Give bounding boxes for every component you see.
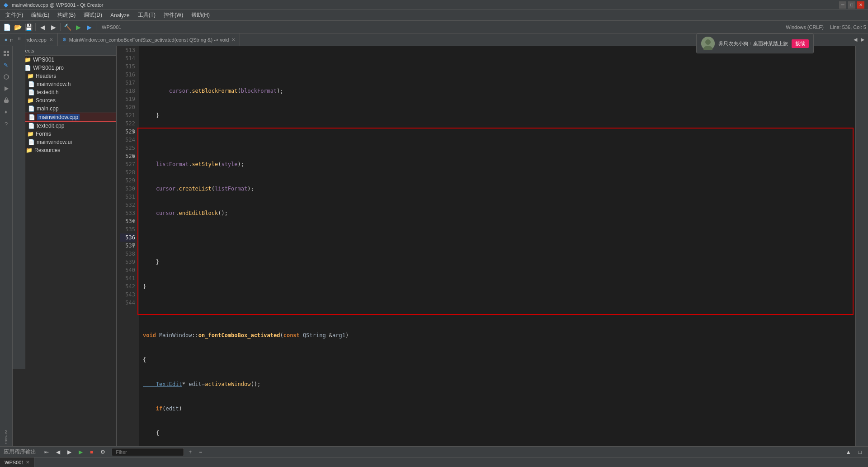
separator-1: [35, 23, 36, 31]
sidebar-icon-debug[interactable]: [1, 95, 12, 106]
tree-item-sources[interactable]: ▼ 📁 Sources: [13, 96, 116, 105]
notification-text: 养只农夫小狗：桌面种菜踏上旅: [718, 40, 788, 47]
bottom-tab-close-output[interactable]: ✕: [26, 460, 29, 465]
sidebar-icon-design[interactable]: [1, 71, 12, 82]
project-root[interactable]: ▼ 📁 WPS001: [13, 56, 116, 64]
svg-rect-3: [7, 54, 9, 56]
file-icon-cpp2: 📄: [28, 114, 35, 120]
titlebar-left: ◆ mainwindow.cpp @ WPS001 - Qt Creator: [4, 1, 104, 8]
menu-controls[interactable]: 控件(W): [160, 10, 187, 20]
output-settings-button[interactable]: ⚙: [98, 448, 108, 456]
svg-text:?: ?: [5, 121, 8, 128]
tab-scroll-left[interactable]: ◀: [854, 37, 857, 43]
folder-icon-headers: 📁: [27, 73, 34, 79]
file-label-h1: mainwindow.h: [37, 81, 71, 87]
bottom-tabs: WPS001 ✕: [0, 457, 868, 467]
forward-button[interactable]: ▶: [48, 22, 58, 32]
sidebar-icon-run[interactable]: [1, 83, 12, 94]
notification-action-button[interactable]: 接续: [792, 39, 809, 48]
output-scroll-next[interactable]: ▶: [65, 448, 74, 456]
folder-icon-forms: 📁: [27, 131, 34, 137]
file-icon-ui: 📄: [28, 139, 35, 145]
menu-file[interactable]: 文件(F): [2, 10, 27, 20]
folder-icon-sources: 📁: [27, 97, 34, 104]
output-maximize-button[interactable]: □: [856, 448, 864, 456]
file-label-h2: textedit.h: [37, 89, 59, 95]
output-scroll-start[interactable]: ⇤: [42, 448, 52, 456]
code-line-521: }: [143, 282, 852, 291]
output-run-button[interactable]: ▶: [76, 448, 85, 456]
project-label-side: WPS001: [4, 430, 8, 444]
file-label-cpp3: textedit.cpp: [37, 123, 64, 129]
file-tree: Projects ▼ 📁 WPS001 📄 WPS001.pro ▼ 📁 Hea…: [13, 46, 117, 446]
line-col-label: Line: 536, Col: 5: [830, 24, 866, 30]
sidebar-icon-edit[interactable]: ✎: [1, 60, 12, 71]
open-button[interactable]: 📂: [13, 22, 23, 32]
sidebar-icon-analyze[interactable]: ✦: [1, 107, 12, 118]
titlebar-buttons: ─ □ ✕: [839, 1, 864, 9]
menu-help[interactable]: 帮助(H): [188, 10, 213, 20]
code-line-526: if(edit): [143, 405, 852, 413]
bottom-tab-output[interactable]: WPS001 ✕: [0, 457, 34, 467]
output-stop-button[interactable]: ■: [87, 448, 96, 456]
file-label-cpp2: mainwindow.cpp: [37, 114, 80, 120]
back-button[interactable]: ◀: [38, 22, 47, 32]
tree-item-mainwindow-ui[interactable]: 📄 mainwindow.ui: [13, 138, 116, 146]
tree-item-mainwindow-cpp[interactable]: 📄 mainwindow.cpp: [13, 113, 116, 122]
filetree-header: Projects: [13, 46, 116, 56]
code-line-523: void MainWindow::on_fontComboBox_activat…: [143, 331, 852, 339]
tree-item-forms[interactable]: ▼ 📁 Forms: [13, 130, 116, 138]
tab-close-1[interactable]: ✕: [49, 37, 53, 42]
code-line-525: TextEdit* edit=activateWindow();: [143, 380, 852, 388]
right-panel: [855, 46, 868, 446]
code-line-513: cursor.setBlockFormat(blockFormat);: [143, 87, 852, 95]
tree-item-headers[interactable]: ▼ 📁 Headers: [13, 72, 116, 80]
menu-tools[interactable]: 工具(T): [134, 10, 159, 20]
tree-item-resources[interactable]: ▶ 📁 Resources: [13, 146, 116, 154]
bottom-toolbar: 应用程序输出 ⇤ ◀ ▶ ▶ ■ ⚙ + − ▲ □: [0, 447, 868, 457]
code-line-527: {: [143, 429, 852, 437]
build-button[interactable]: 🔨: [62, 22, 72, 32]
tab-label-2: MainWindow::on_comboBoxFontSize_activate…: [69, 37, 229, 43]
sidebar-icon-help[interactable]: ?: [1, 119, 12, 129]
save-button[interactable]: 💾: [24, 22, 33, 32]
svg-rect-2: [4, 54, 6, 56]
tree-item-mainwindow-h[interactable]: 📄 mainwindow.h: [13, 80, 116, 88]
menu-debug[interactable]: 调试(D): [80, 10, 106, 20]
notification-popup: 养只农夫小狗：桌面种菜踏上旅 接续: [696, 33, 814, 53]
tree-item-textedit-h[interactable]: 📄 textedit.h: [13, 88, 116, 96]
line-numbers: 513 514 515 516 517 518 519 520 521 522 …: [117, 46, 139, 446]
code-editor[interactable]: 513 514 515 516 517 518 519 520 521 522 …: [117, 46, 855, 446]
run-button[interactable]: ▶: [73, 22, 83, 32]
project-name: WPS001: [33, 57, 54, 63]
code-content[interactable]: cursor.setBlockFormat(blockFormat); } li…: [139, 46, 855, 446]
debug-run-button[interactable]: ▶: [84, 22, 94, 32]
maximize-button[interactable]: □: [848, 1, 855, 9]
tab-close-2[interactable]: ✕: [231, 37, 235, 42]
tree-item-main-cpp[interactable]: 📄 main.cpp: [13, 105, 116, 113]
file-icon-cpp3: 📄: [28, 123, 35, 129]
output-collapse-button[interactable]: ▲: [843, 448, 854, 456]
tab-scroll-right[interactable]: ▶: [861, 37, 864, 43]
new-file-button[interactable]: 📄: [2, 22, 12, 32]
output-add-button[interactable]: +: [186, 448, 194, 456]
sidebar-icon-settings[interactable]: WPS001: [1, 432, 12, 443]
bottom-tab-label-output: WPS001: [5, 460, 24, 465]
file-icon-h2: 📄: [28, 89, 35, 95]
tree-item-pro[interactable]: 📄 WPS001.pro: [13, 64, 116, 72]
tab-function[interactable]: ⚙ MainWindow::on_comboBoxFontSize_activa…: [58, 33, 241, 46]
output-filter-input[interactable]: [112, 448, 184, 456]
svg-text:✎: ✎: [4, 62, 8, 68]
sidebar-icon-projects[interactable]: [1, 48, 12, 59]
menu-edit[interactable]: 编辑(E): [28, 10, 53, 20]
output-remove-button[interactable]: −: [196, 448, 205, 456]
menu-analyze[interactable]: Analyze: [107, 11, 133, 19]
tab-icon-1: ■: [5, 37, 7, 42]
tree-item-textedit-cpp[interactable]: 📄 textedit.cpp: [13, 122, 116, 130]
file-icon-cpp1: 📄: [28, 105, 35, 112]
minimize-button[interactable]: ─: [839, 1, 846, 9]
close-button[interactable]: ✕: [857, 1, 864, 9]
output-scroll-prev[interactable]: ◀: [53, 448, 63, 456]
tab-mainwindow-cpp[interactable]: ■ mainwindow.cpp ✕: [0, 33, 58, 46]
menu-build[interactable]: 构建(B): [54, 10, 79, 20]
